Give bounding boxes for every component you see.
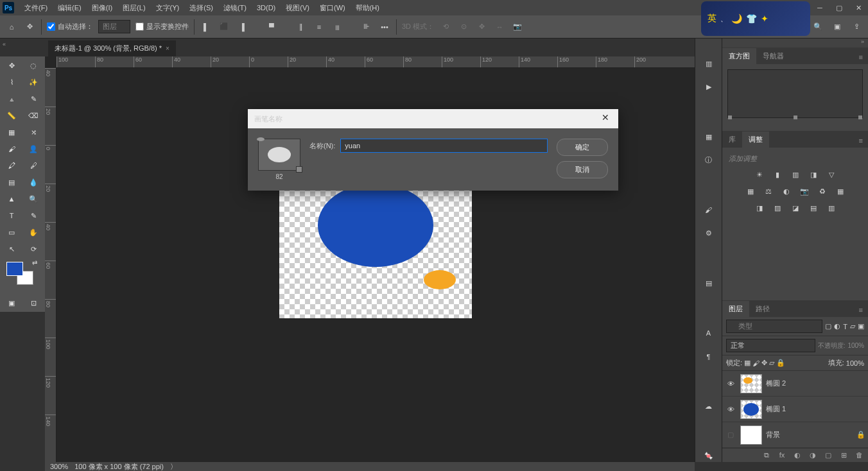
filter-shape-icon[interactable]: ▱ <box>850 322 855 330</box>
swatches-icon[interactable]: ▦ <box>701 131 716 142</box>
hue-icon[interactable]: ▦ <box>745 185 756 197</box>
fill-value[interactable]: 100% <box>846 359 864 367</box>
play-icon[interactable]: ▶ <box>701 81 716 92</box>
ruler-tool[interactable]: 📏 <box>1 108 22 123</box>
distribute-v-icon[interactable]: ≡ <box>313 21 326 33</box>
zoom-level[interactable]: 300% <box>50 463 68 470</box>
menu-edit[interactable]: 编辑(E) <box>53 1 87 15</box>
dialog-titlebar[interactable]: 画笔名称 ✕ <box>248 109 618 128</box>
balance-icon[interactable]: ⚖ <box>763 185 774 197</box>
delete-icon[interactable]: 🗑 <box>854 451 864 459</box>
menu-window[interactable]: 窗口(W) <box>315 1 351 15</box>
tab-navigator[interactable]: 导航器 <box>756 48 790 64</box>
layer-row[interactable]: 👁 椭圆 1 <box>722 397 868 422</box>
move-tool[interactable]: ✥ <box>1 58 22 73</box>
hand-tool[interactable]: ✋ <box>23 225 44 240</box>
ok-button[interactable]: 确定 <box>557 139 608 156</box>
brightness-icon[interactable]: ☀ <box>754 169 765 180</box>
share-icon[interactable]: ⇪ <box>850 21 863 33</box>
visibility-icon[interactable]: 👁 <box>725 380 736 388</box>
bw-icon[interactable]: ◐ <box>781 185 792 197</box>
layer-thumb[interactable] <box>740 374 762 393</box>
threshold-icon[interactable]: ◪ <box>790 202 801 214</box>
menu-file[interactable]: 文件(F) <box>19 1 53 15</box>
bucket-tool[interactable]: 🖋 <box>23 158 44 173</box>
window-minimize[interactable]: ─ <box>810 0 829 15</box>
lock-brush-icon[interactable]: 🖌 <box>752 359 759 367</box>
history-brush-tool[interactable]: 🖍 <box>1 158 22 173</box>
align-right-icon[interactable]: ▐ <box>236 21 248 33</box>
lock-artboard-icon[interactable]: ▱ <box>769 359 774 367</box>
blur-tool[interactable]: 💧 <box>23 175 44 190</box>
layers-strip-icon[interactable]: ▤ <box>701 277 716 289</box>
dialog-close-icon[interactable]: ✕ <box>599 112 612 125</box>
menu-image[interactable]: 图像(I) <box>87 1 117 15</box>
posterize-icon[interactable]: ▨ <box>772 202 783 214</box>
color-icon[interactable]: ▥ <box>701 58 716 69</box>
styles-icon[interactable]: 🍬 <box>701 450 716 462</box>
tab-histogram[interactable]: 直方图 <box>722 48 756 64</box>
gradient-map-icon[interactable]: ▤ <box>808 202 819 214</box>
curves-icon[interactable]: ▥ <box>790 169 801 180</box>
screenmode-tool[interactable]: ⊡ <box>23 295 44 311</box>
workspace-icon[interactable]: ▣ <box>831 21 844 33</box>
link-icon[interactable]: ⧉ <box>761 451 772 459</box>
menu-select[interactable]: 选择(S) <box>184 1 218 15</box>
dodge-tool[interactable]: ▲ <box>1 191 22 207</box>
invert-icon[interactable]: ◨ <box>754 202 765 214</box>
layer-row[interactable]: 👁 椭圆 2 <box>722 371 868 397</box>
mixer-icon[interactable]: ♻ <box>817 185 828 197</box>
ruler-vertical[interactable]: 4020020406080100120140 <box>45 68 56 462</box>
cancel-button[interactable]: 取消 <box>557 161 608 178</box>
filter-smart-icon[interactable]: ▣ <box>858 322 864 330</box>
clone-tool[interactable]: 👤 <box>23 141 44 157</box>
tab-close-icon[interactable]: × <box>166 45 169 52</box>
rotate-tool[interactable]: ⟳ <box>23 241 44 257</box>
character-icon[interactable]: A <box>701 327 716 339</box>
opacity-value[interactable]: 100% <box>847 342 864 349</box>
brush-name-input[interactable] <box>340 139 548 153</box>
menu-help[interactable]: 帮助(H) <box>351 1 385 15</box>
group-icon[interactable]: ▢ <box>823 451 833 459</box>
new-layer-icon[interactable]: ⊞ <box>838 451 849 459</box>
lock-move-icon[interactable]: ✥ <box>761 359 767 367</box>
color-swatch[interactable]: ⇄ <box>1 258 44 294</box>
layer-name[interactable]: 背景 <box>766 430 853 440</box>
tab-layers[interactable]: 图层 <box>722 301 749 317</box>
path-tool[interactable]: ✎ <box>23 208 44 223</box>
fill-adj-icon[interactable]: ◑ <box>808 451 818 459</box>
layer-thumb[interactable] <box>740 400 762 419</box>
lock-all-icon[interactable]: 🔒 <box>776 359 785 367</box>
panel-menu-icon[interactable]: ≡ <box>854 133 868 148</box>
lookup-icon[interactable]: ▦ <box>835 185 846 197</box>
align-left-icon[interactable]: ▌ <box>200 21 213 33</box>
eraser-tool[interactable]: ⌫ <box>23 108 44 123</box>
visibility-icon[interactable]: ▢ <box>725 431 736 439</box>
mask-icon[interactable]: ◐ <box>792 451 803 459</box>
menu-layer[interactable]: 图层(L) <box>117 1 150 15</box>
more-icon[interactable]: ••• <box>378 21 391 33</box>
lock-pixels-icon[interactable]: ▦ <box>744 359 751 367</box>
align-top-icon[interactable]: ▀ <box>265 21 278 33</box>
document-tab[interactable]: 未标题-1 @ 300% (背景, RGB/8) * × <box>48 40 176 56</box>
brush-tool[interactable]: 🖌 <box>1 141 22 157</box>
lasso-tool[interactable]: ⌇ <box>1 74 22 90</box>
menu-filter[interactable]: 滤镜(T) <box>218 1 252 15</box>
tab-adjustments[interactable]: 调整 <box>742 132 769 148</box>
align-hcenter-icon[interactable]: ⬛ <box>218 21 230 33</box>
quickmask-tool[interactable]: ▣ <box>1 295 22 311</box>
home-icon[interactable]: ⌂ <box>5 21 18 33</box>
blend-mode-select[interactable]: 正常 <box>726 339 815 352</box>
auto-select-target[interactable]: 图层 <box>98 20 130 33</box>
shape-tool[interactable]: ▭ <box>1 225 22 240</box>
tab-paths[interactable]: 路径 <box>749 301 776 317</box>
layer-kind-select[interactable]: 类型 <box>726 320 822 333</box>
filter-text-icon[interactable]: T <box>843 323 847 330</box>
selective-icon[interactable]: ▥ <box>826 202 837 214</box>
distribute-icon[interactable]: ⫼ <box>331 21 343 33</box>
tab-libraries[interactable]: 库 <box>722 132 742 148</box>
status-chevron-icon[interactable]: 〉 <box>170 462 177 472</box>
move-tool-icon[interactable]: ✥ <box>23 21 36 33</box>
toolbar-collapse-icon[interactable]: « <box>3 41 6 47</box>
search-icon[interactable]: 🔍 <box>812 21 824 33</box>
